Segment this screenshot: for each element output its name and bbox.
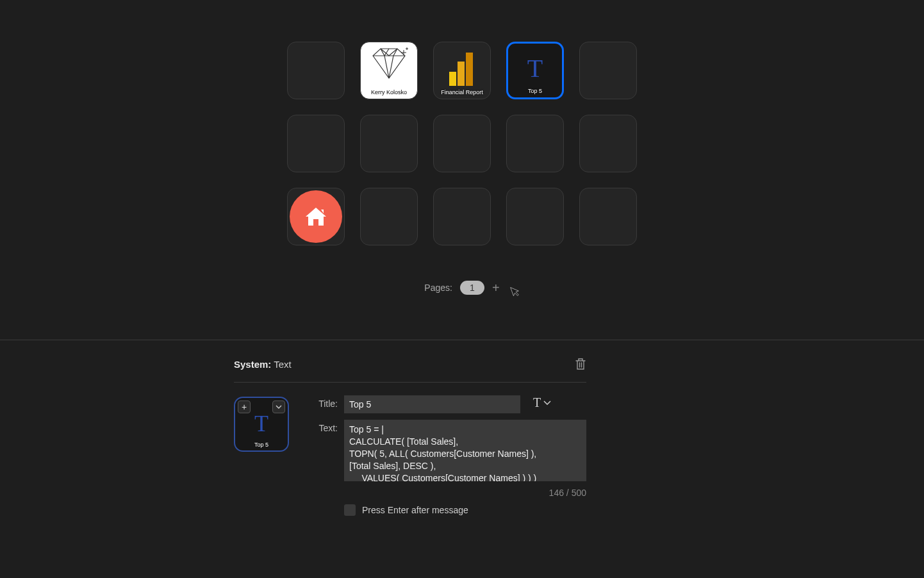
tile-empty[interactable] bbox=[360, 188, 418, 245]
svg-rect-2 bbox=[466, 53, 473, 86]
tile-grid: Kerry Kolosko Financial Report T Top 5 bbox=[287, 42, 637, 245]
panel-body: + T Top 5 Title: T Text: 146 bbox=[234, 383, 586, 516]
pages-row: Pages: 1 + bbox=[424, 281, 499, 295]
section-divider bbox=[0, 340, 924, 340]
svg-rect-1 bbox=[458, 62, 465, 86]
page-number-pill[interactable]: 1 bbox=[460, 281, 484, 295]
text-input[interactable] bbox=[344, 420, 586, 481]
tile-financial-report[interactable]: Financial Report bbox=[433, 42, 491, 99]
text-label: Text: bbox=[308, 420, 338, 433]
tile-empty[interactable] bbox=[287, 42, 345, 99]
type-selector[interactable]: T bbox=[533, 395, 551, 410]
tile-empty[interactable] bbox=[579, 42, 637, 99]
add-page-button[interactable]: + bbox=[492, 281, 500, 294]
tile-caption: Top 5 bbox=[508, 88, 562, 95]
tile-caption: Kerry Kolosko bbox=[361, 90, 417, 96]
text-type-icon: T bbox=[254, 410, 268, 437]
tile-empty[interactable] bbox=[360, 115, 418, 172]
title-row: Title: T bbox=[308, 395, 586, 413]
powerbi-icon bbox=[447, 50, 477, 87]
press-enter-label: Press Enter after message bbox=[362, 505, 468, 515]
fields-column: Title: T Text: 146 / 500 Press Enter aft… bbox=[308, 395, 586, 516]
system-label: System: bbox=[234, 359, 271, 370]
title-input[interactable] bbox=[344, 395, 520, 413]
home-circle bbox=[290, 190, 342, 243]
tile-empty[interactable] bbox=[579, 115, 637, 172]
text-type-glyph: T bbox=[533, 395, 541, 410]
pages-label: Pages: bbox=[424, 283, 452, 293]
chevron-down-icon bbox=[276, 405, 282, 409]
text-type-icon: T bbox=[527, 53, 543, 83]
tile-empty[interactable] bbox=[287, 115, 345, 172]
preview-add-button[interactable]: + bbox=[238, 400, 251, 413]
svg-rect-3 bbox=[315, 221, 317, 226]
tile-empty[interactable] bbox=[506, 188, 564, 245]
preview-tile[interactable]: + T Top 5 bbox=[234, 397, 289, 452]
tile-home[interactable] bbox=[287, 188, 345, 245]
tile-empty[interactable] bbox=[433, 115, 491, 172]
home-icon bbox=[302, 203, 329, 230]
press-enter-row: Press Enter after message bbox=[344, 504, 586, 516]
diamond-icon bbox=[367, 46, 411, 81]
panel-title: System: Text bbox=[234, 359, 292, 370]
upper-grid-area: Kerry Kolosko Financial Report T Top 5 bbox=[0, 0, 924, 340]
tile-top-5[interactable]: T Top 5 bbox=[506, 42, 564, 99]
preview-caption: Top 5 bbox=[235, 442, 288, 448]
tile-caption: Financial Report bbox=[434, 90, 490, 96]
char-counter: 146 / 500 bbox=[308, 488, 586, 498]
title-label: Title: bbox=[308, 395, 338, 409]
tile-empty[interactable] bbox=[506, 115, 564, 172]
chevron-down-icon bbox=[543, 400, 551, 405]
press-enter-checkbox[interactable] bbox=[344, 504, 356, 516]
tile-empty[interactable] bbox=[433, 188, 491, 245]
preview-column: + T Top 5 bbox=[234, 395, 292, 516]
text-row: Text: bbox=[308, 420, 586, 481]
tile-kerry-kolosko[interactable]: Kerry Kolosko bbox=[360, 42, 418, 99]
panel-header: System: Text bbox=[234, 358, 586, 383]
system-value: Text bbox=[274, 359, 292, 370]
svg-rect-0 bbox=[449, 72, 456, 86]
trash-icon[interactable] bbox=[575, 358, 586, 370]
cursor-icon bbox=[509, 284, 522, 298]
preview-dropdown-button[interactable] bbox=[272, 400, 285, 413]
tile-empty[interactable] bbox=[579, 188, 637, 245]
edit-panel: System: Text + T Top 5 Title: T bbox=[234, 358, 586, 516]
